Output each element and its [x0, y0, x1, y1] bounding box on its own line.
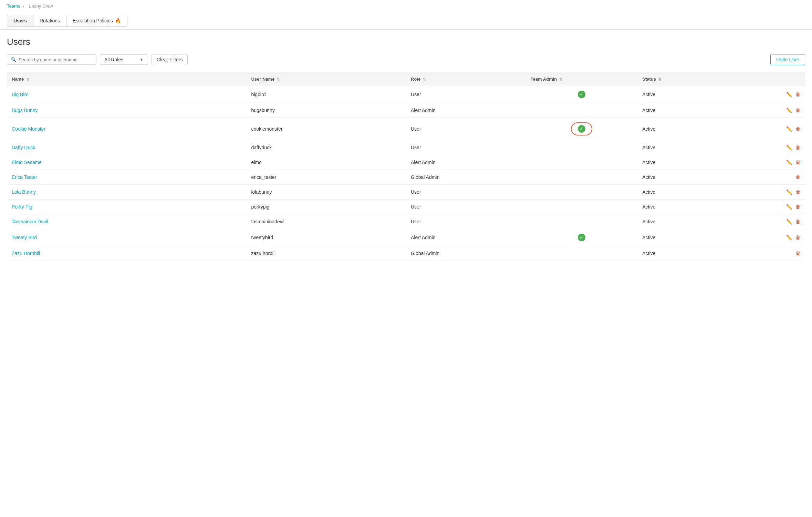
- col-header-username: User Name ⇅: [246, 72, 406, 86]
- chevron-down-icon: ▼: [139, 57, 144, 62]
- user-username: porkypig: [246, 200, 406, 214]
- table-row: Erica Testererica_testerGlobal AdminActi…: [7, 170, 805, 185]
- user-status: Active: [637, 170, 749, 185]
- delete-icon[interactable]: 🗑: [795, 219, 800, 224]
- breadcrumb-separator: /: [23, 3, 24, 9]
- clear-filters-button[interactable]: Clear Filters: [152, 54, 188, 65]
- user-actions: 🗑: [749, 170, 805, 185]
- user-role: User: [406, 140, 526, 155]
- user-actions: ✏️🗑: [749, 86, 805, 103]
- roles-select[interactable]: All Roles ▼: [100, 54, 148, 65]
- user-role: Global Admin: [406, 246, 526, 261]
- user-actions: ✏️🗑: [749, 118, 805, 140]
- sort-icon-role[interactable]: ⇅: [423, 78, 426, 81]
- user-team-admin: ✓: [526, 229, 638, 246]
- user-role: User: [406, 200, 526, 214]
- sort-icon-status[interactable]: ⇅: [658, 78, 661, 81]
- user-role: Alert Admin: [406, 103, 526, 118]
- table-row: Big BirdbigbirdUser✓Active✏️🗑: [7, 86, 805, 103]
- user-username: erica_tester: [246, 170, 406, 185]
- user-name-link[interactable]: Daffy Duck: [12, 145, 35, 150]
- user-name-link[interactable]: Bugs Bunny: [12, 108, 38, 113]
- user-username: tasmaininadevil: [246, 214, 406, 229]
- col-header-role: Role ⇅: [406, 72, 526, 86]
- escalation-label: Escalation Policies: [73, 18, 113, 23]
- breadcrumb: Teams / Loony Crew: [0, 0, 812, 12]
- sort-icon-teamadmin[interactable]: ⇅: [559, 78, 562, 81]
- delete-icon[interactable]: 🗑: [795, 160, 800, 165]
- action-icons: ✏️🗑: [754, 108, 800, 113]
- user-team-admin: [526, 214, 638, 229]
- delete-icon[interactable]: 🗑: [795, 204, 800, 210]
- user-role: Alert Admin: [406, 155, 526, 170]
- edit-icon[interactable]: ✏️: [786, 235, 792, 240]
- table-row: Elmo SesameelmoAlert AdminActive✏️🗑: [7, 155, 805, 170]
- user-actions: ✏️🗑: [749, 103, 805, 118]
- user-team-admin: [526, 170, 638, 185]
- table-row: Zazu Hornbillzazu.horbillGlobal AdminAct…: [7, 246, 805, 261]
- sort-icon-name[interactable]: ⇅: [26, 78, 29, 81]
- user-name-link[interactable]: Cookie Monster: [12, 126, 45, 132]
- delete-icon[interactable]: 🗑: [795, 235, 800, 240]
- action-icons: ✏️🗑: [754, 189, 800, 195]
- user-name-link[interactable]: Lola Bunny: [12, 189, 36, 195]
- action-icons: ✏️🗑: [754, 219, 800, 224]
- user-name-link[interactable]: Tasmainian Devil: [12, 219, 48, 224]
- user-username: daffyduck: [246, 140, 406, 155]
- user-team-admin: ✓: [526, 118, 638, 140]
- user-team-admin: [526, 140, 638, 155]
- check-icon: ✓: [578, 125, 585, 133]
- delete-icon[interactable]: 🗑: [795, 251, 800, 256]
- edit-icon[interactable]: ✏️: [786, 108, 792, 113]
- user-username: tweetybird: [246, 229, 406, 246]
- action-icons: ✏️🗑: [754, 92, 800, 97]
- user-username: bugsbunny: [246, 103, 406, 118]
- user-name-link[interactable]: Elmo Sesame: [12, 160, 42, 165]
- delete-icon[interactable]: 🗑: [795, 189, 800, 195]
- table-row: Lola BunnylolabunnyUserActive✏️🗑: [7, 185, 805, 200]
- user-actions: ✏️🗑: [749, 200, 805, 214]
- edit-icon[interactable]: ✏️: [786, 145, 792, 150]
- delete-icon[interactable]: 🗑: [795, 145, 800, 150]
- page-content: Users 🔍 All Roles ▼ Clear Filters Invite…: [0, 30, 812, 268]
- delete-icon[interactable]: 🗑: [795, 108, 800, 113]
- user-name-link[interactable]: Porky Pig: [12, 204, 32, 210]
- user-actions: ✏️🗑: [749, 229, 805, 246]
- edit-icon[interactable]: ✏️: [786, 160, 792, 165]
- tabs-bar: Users Rotations Escalation Policies 🔥: [0, 12, 812, 30]
- invite-user-button[interactable]: Invite User: [770, 54, 805, 65]
- fire-icon: 🔥: [115, 18, 121, 23]
- user-username: elmo: [246, 155, 406, 170]
- table-header-row: Name ⇅ User Name ⇅ Role ⇅ Team Admin ⇅ S…: [7, 72, 805, 86]
- edit-icon[interactable]: ✏️: [786, 189, 792, 195]
- delete-icon[interactable]: 🗑: [795, 174, 800, 180]
- action-icons: ✏️🗑: [754, 126, 800, 132]
- tab-rotations[interactable]: Rotations: [33, 15, 66, 27]
- search-input[interactable]: [19, 57, 93, 62]
- delete-icon[interactable]: 🗑: [795, 92, 800, 97]
- user-name-link[interactable]: Erica Tester: [12, 174, 37, 180]
- user-name-link[interactable]: Zazu Hornbill: [12, 251, 40, 256]
- breadcrumb-teams-link[interactable]: Teams: [7, 3, 20, 9]
- sort-icon-username[interactable]: ⇅: [277, 78, 280, 81]
- user-team-admin: [526, 103, 638, 118]
- delete-icon[interactable]: 🗑: [795, 126, 800, 132]
- edit-icon[interactable]: ✏️: [786, 126, 792, 132]
- tab-escalation-policies[interactable]: Escalation Policies 🔥: [66, 15, 127, 27]
- page-title: Users: [7, 37, 805, 47]
- user-actions: ✏️🗑: [749, 155, 805, 170]
- user-username: cookiemonster: [246, 118, 406, 140]
- edit-icon[interactable]: ✏️: [786, 204, 792, 210]
- user-status: Active: [637, 185, 749, 200]
- users-table: Name ⇅ User Name ⇅ Role ⇅ Team Admin ⇅ S…: [7, 72, 805, 261]
- user-name-link[interactable]: Big Bird: [12, 92, 29, 97]
- col-header-teamadmin: Team Admin ⇅: [526, 72, 638, 86]
- user-status: Active: [637, 214, 749, 229]
- check-icon: ✓: [578, 91, 585, 98]
- breadcrumb-current: Loony Crew: [29, 3, 53, 9]
- action-icons: 🗑: [754, 174, 800, 180]
- user-name-link[interactable]: Tweety Bird: [12, 235, 37, 240]
- tab-users[interactable]: Users: [7, 15, 33, 27]
- edit-icon[interactable]: ✏️: [786, 219, 792, 224]
- edit-icon[interactable]: ✏️: [786, 92, 792, 97]
